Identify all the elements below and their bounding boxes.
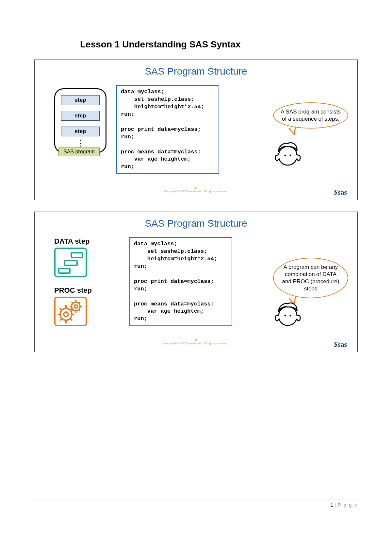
footer-page-num: 1 [330, 502, 333, 508]
svg-point-7 [290, 315, 291, 317]
person-head-icon-2 [275, 302, 301, 326]
bubble-text-2: A program can be any combination of DATA… [282, 264, 339, 292]
slide-1-pagenum: 24 [164, 186, 228, 190]
svg-point-2 [60, 308, 72, 320]
code-box-1: data myclass; set sashelp.class; heightc… [116, 85, 219, 174]
svg-point-5 [74, 305, 77, 308]
sas-logo-1: Ssas. [334, 188, 348, 197]
lesson-title: Lesson 1 Understanding SAS Syntax [80, 39, 358, 50]
ellipsis-icon: ••• [61, 140, 100, 147]
slide-2-title: SAS Program Structure [44, 218, 348, 229]
slide-1: SAS Program Structure step step step •••… [34, 60, 358, 200]
callout-2: A program can be any combination of DATA… [273, 258, 348, 298]
bubble-text-1: A SAS program consists of a sequence of … [281, 109, 340, 122]
step-box-3: step [61, 127, 100, 136]
slide-2: SAS Program Structure DATA step PROC ste… [34, 212, 358, 352]
person-head-icon [275, 142, 301, 166]
svg-point-3 [64, 312, 68, 317]
proc-step-label: PROC step [54, 286, 120, 295]
sas-program-label: SAS program [58, 147, 100, 156]
data-step-label: DATA step [54, 237, 120, 246]
slide-1-copyright: Copyright © SAS Institute Inc. All right… [164, 190, 228, 193]
sas-logo-2: Ssas. [334, 340, 348, 349]
footer-page-label: P a g e [338, 502, 358, 508]
callout-1: A SAS program consists of a sequence of … [273, 102, 348, 129]
slide-2-copyright: Copyright © SAS Institute Inc. All right… [164, 342, 228, 345]
svg-point-0 [285, 155, 286, 156]
data-step-icon [54, 248, 87, 277]
svg-point-6 [285, 315, 286, 317]
slide-2-pagenum: 25 [164, 338, 228, 342]
speech-bubble-1: A SAS program consists of a sequence of … [273, 102, 348, 129]
code-box-2: data myclass; set sashelp.class; heightc… [129, 237, 232, 326]
slide-1-title: SAS Program Structure [44, 66, 348, 77]
svg-point-1 [290, 155, 291, 156]
step-container: step step step ••• SAS program [54, 88, 106, 153]
step-box-2: step [61, 111, 100, 121]
proc-step-icon [54, 297, 87, 326]
slide-1-footer: 24 Copyright © SAS Institute Inc. All ri… [164, 186, 228, 193]
speech-bubble-2: A program can be any combination of DATA… [273, 258, 348, 298]
page-footer: 1|P a g e [34, 499, 358, 508]
slide-2-footer: 25 Copyright © SAS Institute Inc. All ri… [164, 338, 228, 345]
step-box-1: step [61, 95, 100, 105]
